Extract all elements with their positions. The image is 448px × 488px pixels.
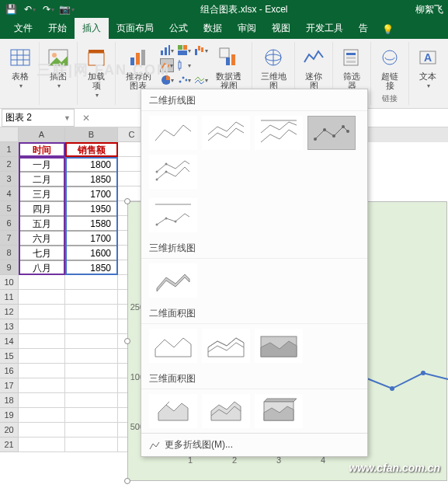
- row-header-14[interactable]: 14: [0, 334, 19, 349]
- hierarchy-chart-icon[interactable]: ▾: [177, 44, 191, 58]
- cell-B2[interactable]: 1800: [65, 157, 118, 172]
- cell-A5[interactable]: 四月: [19, 201, 65, 216]
- chart-type-line-markers[interactable]: [307, 116, 356, 150]
- text-button[interactable]: A 文本▾: [414, 44, 442, 91]
- cell-A17[interactable]: [19, 378, 65, 393]
- cell-A18[interactable]: [19, 393, 65, 408]
- undo-icon[interactable]: ↶▾: [23, 3, 36, 16]
- chart-type-100-stacked-area[interactable]: [255, 329, 303, 363]
- chart-type-stacked-area[interactable]: [202, 329, 250, 363]
- tab-公式[interactable]: 公式: [161, 18, 196, 39]
- row-header-1[interactable]: 1: [0, 142, 19, 157]
- cell-A16[interactable]: [19, 364, 65, 378]
- tab-插入[interactable]: 插入: [75, 18, 109, 39]
- cell-A8[interactable]: 七月: [19, 246, 65, 260]
- cell-B20[interactable]: [65, 423, 118, 437]
- hyperlink-button[interactable]: 超链接: [376, 44, 404, 92]
- cell-B11[interactable]: [65, 290, 118, 305]
- chart-type-100-stacked-line-markers[interactable]: [149, 198, 197, 232]
- cell-B12[interactable]: [65, 305, 118, 319]
- cell-A12[interactable]: [19, 305, 65, 319]
- row-header-5[interactable]: 5: [0, 201, 19, 216]
- chart-type-3d-stacked-area[interactable]: [202, 394, 250, 428]
- tab-数据[interactable]: 数据: [196, 18, 230, 39]
- row-header-16[interactable]: 16: [0, 364, 19, 378]
- row-header-18[interactable]: 18: [0, 393, 19, 408]
- redo-icon[interactable]: ↷▾: [42, 3, 54, 16]
- row-header-10[interactable]: 10: [0, 275, 19, 290]
- chart-handle[interactable]: [124, 478, 130, 484]
- addins-button[interactable]: 加载项▾: [82, 44, 110, 100]
- chart-type-100-stacked-line[interactable]: [255, 116, 303, 150]
- cell-A13[interactable]: [19, 319, 65, 334]
- cell-A7[interactable]: 六月: [19, 231, 65, 246]
- cell-B6[interactable]: 1580: [65, 216, 118, 231]
- row-header-3[interactable]: 3: [0, 172, 19, 186]
- surface-chart-icon[interactable]: ▾: [194, 73, 208, 87]
- tab-页面布局[interactable]: 页面布局: [109, 18, 161, 39]
- bar-chart-icon[interactable]: ▾: [160, 44, 174, 58]
- cell-B15[interactable]: [65, 349, 118, 364]
- row-header-15[interactable]: 15: [0, 349, 19, 364]
- cell-B3[interactable]: 1850: [65, 172, 118, 186]
- save-icon[interactable]: 💾: [5, 3, 17, 16]
- statistic-chart-icon[interactable]: ▾: [177, 58, 191, 72]
- pie-chart-icon[interactable]: ▾: [160, 73, 174, 87]
- cell-B14[interactable]: [65, 334, 118, 349]
- cell-B1[interactable]: 销售额: [65, 142, 118, 157]
- line-chart-icon[interactable]: ▾: [160, 58, 174, 72]
- cell-A21[interactable]: [19, 437, 65, 452]
- illustrations-button[interactable]: 插图▾: [44, 44, 72, 91]
- cell-B9[interactable]: 1850: [65, 260, 118, 275]
- tab-开发工具[interactable]: 开发工具: [298, 18, 351, 39]
- cell-B4[interactable]: 1700: [65, 186, 118, 201]
- row-header-17[interactable]: 17: [0, 378, 19, 393]
- tab-告[interactable]: 告: [351, 18, 376, 39]
- row-header-20[interactable]: 20: [0, 423, 19, 437]
- cell-B21[interactable]: [65, 437, 118, 452]
- cell-A15[interactable]: [19, 349, 65, 364]
- cell-A1[interactable]: 时间: [19, 142, 65, 157]
- chart-type-3d-100-stacked-area[interactable]: [255, 394, 303, 428]
- tell-me-icon[interactable]: 💡: [376, 20, 398, 39]
- tab-开始[interactable]: 开始: [40, 18, 75, 39]
- row-header-2[interactable]: 2: [0, 157, 19, 172]
- tab-文件[interactable]: 文件: [6, 18, 40, 39]
- row-header-21[interactable]: 21: [0, 437, 19, 452]
- tab-视图[interactable]: 视图: [264, 18, 298, 39]
- cell-A14[interactable]: [19, 334, 65, 349]
- cell-A3[interactable]: 二月: [19, 172, 65, 186]
- cell-B13[interactable]: [65, 319, 118, 334]
- chart-type-area[interactable]: [149, 329, 197, 363]
- cell-A9[interactable]: 八月: [19, 260, 65, 275]
- cell-B7[interactable]: 1700: [65, 231, 118, 246]
- chart-handle[interactable]: [124, 338, 130, 344]
- tables-button[interactable]: 表格▾: [6, 44, 34, 91]
- cell-B8[interactable]: 1600: [65, 246, 118, 260]
- name-box[interactable]: 图表 2▼: [2, 109, 75, 127]
- cell-A11[interactable]: [19, 290, 65, 305]
- row-header-12[interactable]: 12: [0, 305, 19, 319]
- cell-A6[interactable]: 五月: [19, 216, 65, 231]
- row-header-9[interactable]: 9: [0, 260, 19, 275]
- scatter-chart-icon[interactable]: ▾: [177, 73, 191, 87]
- row-header-13[interactable]: 13: [0, 319, 19, 334]
- chart-type-3d-area[interactable]: [149, 394, 197, 428]
- recommended-charts-button[interactable]: 推荐的图表: [120, 44, 157, 92]
- cell-B19[interactable]: [65, 408, 118, 423]
- col-header-A[interactable]: A: [19, 127, 65, 142]
- cell-A2[interactable]: 一月: [19, 157, 65, 172]
- chart-type-line[interactable]: [149, 116, 197, 150]
- row-header-6[interactable]: 6: [0, 216, 19, 231]
- cell-A20[interactable]: [19, 423, 65, 437]
- tab-审阅[interactable]: 审阅: [230, 18, 264, 39]
- more-line-charts[interactable]: 更多折线图(M)...: [141, 433, 367, 456]
- chart-type-3d-line[interactable]: [149, 263, 197, 298]
- chart-handle[interactable]: [124, 198, 130, 204]
- camera-icon[interactable]: 📷▾: [61, 3, 73, 16]
- cell-B18[interactable]: [65, 393, 118, 408]
- cell-B16[interactable]: [65, 364, 118, 378]
- row-header-4[interactable]: 4: [0, 186, 19, 201]
- select-all-corner[interactable]: [0, 127, 19, 142]
- cell-A19[interactable]: [19, 408, 65, 423]
